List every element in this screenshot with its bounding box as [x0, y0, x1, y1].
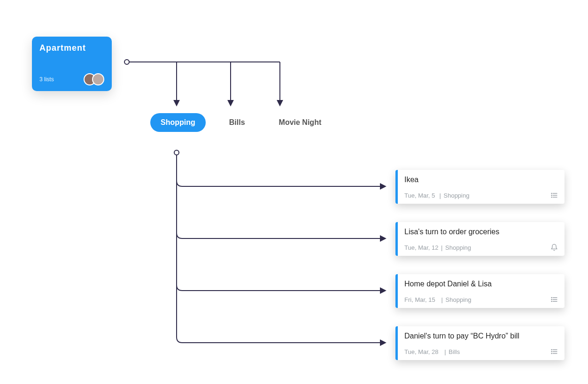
avatar — [92, 73, 104, 85]
board-title: Apartment — [39, 43, 104, 53]
bell-icon — [550, 244, 558, 251]
board-subtitle: 3 lists — [39, 76, 54, 83]
svg-point-6 — [551, 195, 552, 195]
task-date: Tue, Mar, 28 — [404, 348, 439, 355]
task-date: Tue, Mar, 12 — [404, 244, 439, 251]
task-card[interactable]: Lisa's turn to order groceries Tue, Mar,… — [395, 222, 565, 256]
svg-point-0 — [124, 60, 129, 64]
svg-point-13 — [551, 301, 552, 301]
task-list: Shopping — [445, 244, 471, 251]
task-title: Lisa's turn to order groceries — [404, 228, 558, 236]
task-date: Tue, Mar, 5 — [404, 192, 435, 199]
svg-point-18 — [551, 351, 552, 352]
svg-point-12 — [551, 299, 552, 300]
task-list: Shopping — [444, 192, 470, 199]
svg-point-11 — [551, 297, 552, 298]
task-meta: Tue, Mar, 5 | Shopping — [404, 192, 469, 199]
board-footer: 3 lists — [39, 73, 104, 85]
task-title: Daniel's turn to pay “BC Hydro” bill — [404, 332, 558, 340]
task-meta-row: Tue, Mar, 5 | Shopping — [404, 192, 558, 199]
list-pill-shopping[interactable]: Shopping — [150, 113, 206, 132]
list-pill-bills[interactable]: Bills — [219, 113, 255, 132]
svg-point-17 — [551, 349, 552, 350]
task-meta-row: Tue, Mar, 28 | Bills — [404, 348, 558, 355]
task-title: Ikea — [404, 176, 558, 184]
list-pill-movie-night[interactable]: Movie Night — [269, 113, 332, 132]
list-icon — [550, 192, 558, 199]
svg-point-5 — [551, 193, 552, 193]
task-meta: Tue, Mar, 12 | Shopping — [404, 244, 471, 251]
task-date: Fri, Mar, 15 — [404, 296, 435, 303]
list-row: Shopping Bills Movie Night — [150, 113, 332, 132]
list-icon — [550, 348, 558, 355]
task-list: Shopping — [446, 296, 472, 303]
task-title: Home depot Daniel & Lisa — [404, 280, 558, 288]
task-meta-row: Tue, Mar, 12 | Shopping — [404, 244, 558, 251]
task-card[interactable]: Ikea Tue, Mar, 5 | Shopping — [395, 170, 565, 204]
list-icon — [550, 296, 558, 303]
svg-point-7 — [551, 197, 552, 197]
board-card[interactable]: Apartment 3 lists — [32, 37, 112, 91]
task-card[interactable]: Home depot Daniel & Lisa Fri, Mar, 15 | … — [395, 274, 565, 308]
task-meta-row: Fri, Mar, 15 | Shopping — [404, 296, 558, 303]
task-meta: Tue, Mar, 28 | Bills — [404, 348, 460, 355]
svg-point-19 — [551, 353, 552, 353]
task-list: Bills — [449, 348, 460, 355]
svg-point-1 — [174, 150, 179, 155]
task-card[interactable]: Daniel's turn to pay “BC Hydro” bill Tue… — [395, 326, 565, 360]
board-avatars — [87, 73, 104, 85]
task-meta: Fri, Mar, 15 | Shopping — [404, 296, 472, 303]
